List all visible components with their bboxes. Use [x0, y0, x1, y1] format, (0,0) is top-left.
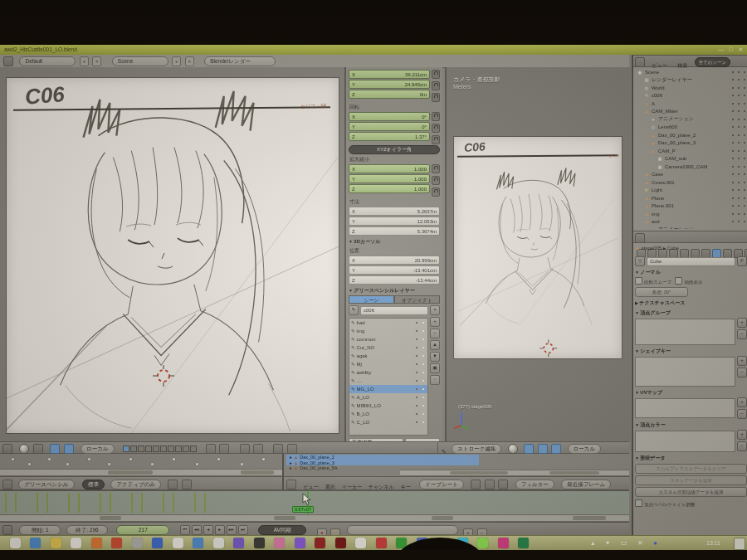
outliner-row[interactable]: ▲ Case [634, 171, 747, 179]
keyframe-tick[interactable] [15, 493, 17, 513]
breadcrumb-data[interactable]: Cube [667, 246, 679, 251]
keyframe-tick[interactable] [141, 493, 143, 513]
outliner-row[interactable]: ◎ Lens600 [634, 124, 747, 132]
transform-orientation-dropdown[interactable]: ローカル [568, 444, 601, 454]
editor-type-icon[interactable] [2, 480, 12, 489]
scale-y-field[interactable]: Y1.000 [349, 174, 430, 183]
restrict-toggle-icons[interactable] [731, 94, 746, 97]
taskbar-app-icon[interactable] [295, 538, 305, 548]
keyframe-tick[interactable] [163, 493, 164, 513]
tray-settings-icon[interactable]: ✦ [605, 536, 611, 550]
vcolors-panel-header[interactable]: 頂点カラー [635, 421, 747, 429]
uv-map-list[interactable] [635, 398, 735, 418]
dopesheet-channels[interactable]: ▸ ▲ Dax_00_plane_2 ▸ ▲ Dax_00_plane_3 ▸ … [286, 455, 479, 471]
restrict-toggle-icons[interactable] [731, 173, 746, 176]
taskbar-app-icon[interactable] [10, 538, 21, 548]
auto-smooth-checkbox[interactable]: 自動スムーズ [635, 277, 671, 285]
gp-keyframe-dot[interactable] [196, 463, 198, 465]
outliner-row[interactable]: ☀ Light [634, 187, 747, 195]
rotate-manipulator-icon[interactable] [64, 444, 74, 454]
taskbar-app-icon[interactable] [518, 538, 529, 548]
restrict-toggle-icons[interactable] [731, 134, 746, 137]
rotate-manipulator-icon[interactable] [538, 444, 548, 454]
smooth-angle-slider[interactable]: 角度: 30° [635, 287, 688, 297]
gp-datablock-field[interactable]: c006 [360, 306, 428, 315]
frame-start-field[interactable]: 開始: 1 [19, 525, 61, 535]
taskbar-clock[interactable]: 13:11 [706, 536, 720, 550]
viewport-camera[interactable]: カメラ・透視投影 Meters C06 セリフ (377) stage005 [445, 67, 631, 441]
editor-type-icon[interactable] [286, 480, 296, 489]
layer-visibility-icons[interactable] [414, 346, 426, 349]
scale-z-field[interactable]: Z1.000 [349, 184, 430, 193]
taskbar-app-icon[interactable] [355, 538, 366, 548]
keyframe-tick[interactable] [5, 493, 7, 513]
frame-end-field[interactable]: 終了: 296 [66, 525, 108, 535]
proportional-edit-icon[interactable] [273, 444, 283, 454]
remove-shapekey-button[interactable]: − [737, 368, 747, 377]
outliner-row[interactable]: ▲ Plane [634, 194, 747, 202]
timeline-keys-area[interactable]: 0:07+07 [0, 490, 629, 515]
gp-layers-panel-header[interactable]: グリースペンシルレイヤー [349, 287, 440, 295]
gp-dopesheet-keys[interactable] [0, 454, 282, 469]
rotation-x-field[interactable]: X0° [349, 112, 430, 121]
gp-layer-row[interactable]: ✎ aebfky [349, 368, 427, 377]
restrict-toggle-icons[interactable] [731, 149, 746, 153]
taskbar-app-icon[interactable] [477, 538, 488, 548]
double-sided-checkbox[interactable]: 両面表示 [675, 277, 702, 285]
gp-layer-row[interactable]: ✎ common [349, 335, 427, 343]
vgroups-panel-header[interactable]: 頂点グループ [635, 309, 747, 317]
dim-z-field[interactable]: Z5.3674m [349, 226, 440, 236]
taskbar-app-icon[interactable] [254, 538, 265, 548]
vertex-group-list[interactable] [635, 319, 735, 345]
keyframe-tick[interactable] [194, 493, 196, 513]
screen-layout-dropdown[interactable]: Default [19, 56, 76, 66]
restrict-toggle-icons[interactable] [731, 197, 746, 200]
location-z-field[interactable]: Z0m [349, 90, 430, 99]
layer-visibility-icons[interactable] [414, 387, 426, 391]
restrict-toggle-icons[interactable] [731, 141, 746, 144]
keyframe-tick[interactable] [204, 493, 206, 513]
channel-expand-icon[interactable]: ▸ [290, 460, 292, 465]
add-vcolor-button[interactable]: + [737, 430, 747, 440]
remove-vcolor-button[interactable]: − [737, 441, 747, 451]
scale-x-field[interactable]: X1.000 [349, 164, 430, 173]
restrict-toggle-icons[interactable] [731, 181, 746, 184]
av-sync-dropdown[interactable]: AV同期 [258, 525, 306, 535]
layer-buttons[interactable] [123, 446, 197, 452]
taskbar-app-icon[interactable] [173, 538, 183, 548]
taskbar-app-icon[interactable] [498, 538, 509, 548]
clear-sculpt-mask-button[interactable]: スカルプトマスクデータをクリア [635, 464, 747, 474]
render-opengl-icon[interactable] [240, 444, 250, 454]
play-button[interactable]: ▸ [215, 525, 225, 535]
cursor-y-field[interactable]: Y-13.401cm [349, 265, 440, 275]
blender-logo-icon[interactable] [3, 56, 13, 66]
tray-expand-icon[interactable]: ▴ [591, 536, 594, 550]
gp-keyframe-dot[interactable] [217, 458, 220, 460]
scene-dropdown[interactable]: Scene [112, 56, 168, 66]
outliner-row[interactable]: ▲ A [634, 100, 747, 108]
lock-layers-button[interactable]: ◦ [430, 375, 440, 385]
shape-key-list[interactable] [635, 357, 735, 387]
gp-keyframe-dot[interactable] [241, 463, 243, 465]
gp-keyframe-dot[interactable] [129, 458, 132, 460]
filter-button[interactable]: フィルター [515, 480, 554, 489]
render-anim-icon[interactable] [253, 444, 263, 454]
delete-layout-button[interactable]: × [92, 56, 101, 66]
translate-manipulator-icon[interactable] [524, 444, 534, 454]
dim-x-field[interactable]: X5.2637m [349, 207, 440, 216]
taskbar-app-icon[interactable] [91, 538, 102, 548]
layer-visibility-icons[interactable] [414, 412, 426, 416]
taskbar-app-icon[interactable] [335, 538, 346, 548]
gp-layer-row[interactable]: ✎ C_LO [349, 418, 427, 426]
tray-x-icon[interactable]: ✕ [637, 536, 643, 550]
outliner-row[interactable]: ◉ Scene [634, 68, 747, 76]
transform-orientation-dropdown[interactable]: ローカル [81, 444, 114, 454]
selected-only-filter-icon[interactable] [485, 480, 495, 489]
keyframe-tick[interactable] [173, 493, 174, 513]
drawing-canvas[interactable]: C06 セリフ・5E [7, 78, 339, 433]
gp-layer-list[interactable]: ✎ bad ✎ img ✎ common ✎ Cut_NO [349, 318, 428, 436]
gp-layer-row[interactable]: ✎ .... [349, 377, 427, 385]
vertex-color-list[interactable] [635, 431, 735, 452]
uvmaps-panel-header[interactable]: UVマップ [635, 389, 747, 397]
keyframe-tick[interactable] [131, 493, 133, 513]
